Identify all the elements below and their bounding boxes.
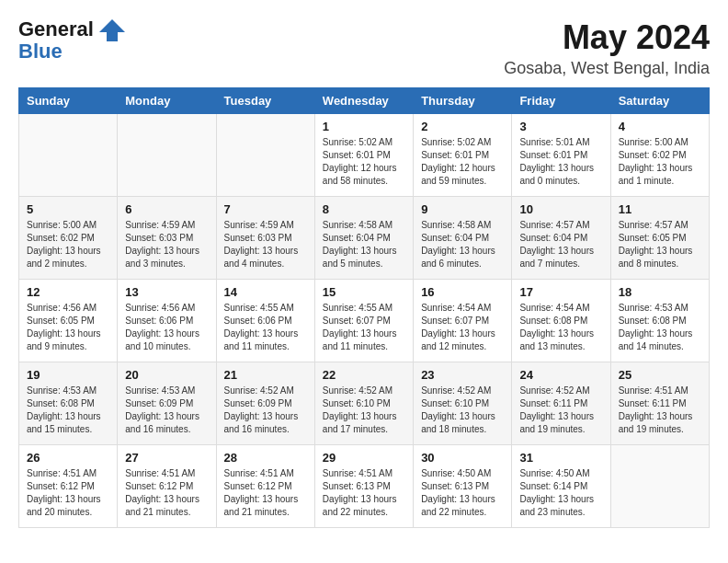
day-info: Sunrise: 4:53 AMSunset: 6:09 PMDaylight:… [125,385,208,436]
calendar-week-1: 1Sunrise: 5:02 AMSunset: 6:01 PMDaylight… [19,114,710,197]
day-info: Sunrise: 4:52 AMSunset: 6:11 PMDaylight:… [519,385,602,436]
calendar-cell: 27Sunrise: 4:51 AMSunset: 6:12 PMDayligh… [118,445,216,528]
day-number: 15 [323,285,405,299]
day-info: Sunrise: 4:59 AMSunset: 6:03 PMDaylight:… [125,219,208,270]
logo-icon [99,19,125,45]
day-info: Sunrise: 4:57 AMSunset: 6:04 PMDaylight:… [519,219,602,270]
day-number: 3 [519,120,602,133]
day-number: 21 [224,368,307,382]
weekday-header-tuesday: Tuesday [216,88,314,114]
weekday-header-saturday: Saturday [610,88,709,114]
day-info: Sunrise: 4:50 AMSunset: 6:13 PMDaylight:… [421,467,504,519]
calendar-cell: 22Sunrise: 4:52 AMSunset: 6:10 PMDayligh… [314,362,413,445]
day-info: Sunrise: 4:55 AMSunset: 6:06 PMDaylight:… [224,302,307,353]
weekday-header-row: SundayMondayTuesdayWednesdayThursdayFrid… [19,88,710,114]
day-info: Sunrise: 4:51 AMSunset: 6:13 PMDaylight:… [323,467,405,519]
day-number: 9 [421,202,504,216]
day-info: Sunrise: 4:56 AMSunset: 6:06 PMDaylight:… [125,302,208,353]
day-number: 30 [421,451,504,465]
day-info: Sunrise: 4:54 AMSunset: 6:08 PMDaylight:… [519,302,602,353]
weekday-header-monday: Monday [118,88,216,114]
calendar-cell: 16Sunrise: 4:54 AMSunset: 6:07 PMDayligh… [414,280,512,362]
svg-rect-1 [107,32,118,41]
calendar-cell: 25Sunrise: 4:51 AMSunset: 6:11 PMDayligh… [610,362,709,445]
day-number: 5 [27,202,109,216]
day-number: 22 [323,368,405,382]
calendar-week-2: 5Sunrise: 5:00 AMSunset: 6:02 PMDaylight… [19,197,710,280]
calendar-cell: 13Sunrise: 4:56 AMSunset: 6:06 PMDayligh… [118,280,216,362]
calendar-cell: 30Sunrise: 4:50 AMSunset: 6:13 PMDayligh… [414,445,512,528]
day-number: 31 [519,451,602,465]
day-number: 11 [619,202,701,216]
day-info: Sunrise: 4:52 AMSunset: 6:10 PMDaylight:… [421,385,504,436]
day-number: 10 [519,202,602,216]
calendar-cell: 11Sunrise: 4:57 AMSunset: 6:05 PMDayligh… [610,197,709,280]
calendar-cell: 5Sunrise: 5:00 AMSunset: 6:02 PMDaylight… [19,197,118,280]
calendar-table: SundayMondayTuesdayWednesdayThursdayFrid… [18,87,710,528]
day-number: 2 [421,120,504,133]
calendar-cell: 17Sunrise: 4:54 AMSunset: 6:08 PMDayligh… [512,280,610,362]
calendar-cell: 9Sunrise: 4:58 AMSunset: 6:04 PMDaylight… [414,197,512,280]
day-number: 25 [619,368,701,382]
day-info: Sunrise: 4:56 AMSunset: 6:05 PMDaylight:… [27,302,109,353]
day-number: 26 [27,451,109,465]
day-number: 4 [619,120,701,133]
day-number: 18 [619,285,701,299]
day-info: Sunrise: 4:53 AMSunset: 6:08 PMDaylight:… [619,302,701,353]
day-number: 13 [125,285,208,299]
calendar-cell [118,114,216,197]
calendar-week-5: 26Sunrise: 4:51 AMSunset: 6:12 PMDayligh… [19,445,710,528]
calendar-cell: 26Sunrise: 4:51 AMSunset: 6:12 PMDayligh… [19,445,118,528]
day-info: Sunrise: 5:01 AMSunset: 6:01 PMDaylight:… [519,136,602,188]
day-number: 1 [323,120,405,133]
weekday-header-thursday: Thursday [414,88,512,114]
title-area: May 2024 Gosaba, West Bengal, India [504,18,710,78]
weekday-header-friday: Friday [512,88,610,114]
calendar-cell: 12Sunrise: 4:56 AMSunset: 6:05 PMDayligh… [19,280,118,362]
day-number: 14 [224,285,307,299]
day-number: 8 [323,202,405,216]
calendar-cell: 4Sunrise: 5:00 AMSunset: 6:02 PMDaylight… [610,114,709,197]
day-number: 28 [224,451,307,465]
location-title: Gosaba, West Bengal, India [504,59,710,78]
day-info: Sunrise: 4:58 AMSunset: 6:04 PMDaylight:… [323,219,405,270]
day-number: 29 [323,451,405,465]
day-info: Sunrise: 4:51 AMSunset: 6:12 PMDaylight:… [224,467,307,519]
calendar-cell: 3Sunrise: 5:01 AMSunset: 6:01 PMDaylight… [512,114,610,197]
day-number: 19 [27,368,109,382]
calendar-week-3: 12Sunrise: 4:56 AMSunset: 6:05 PMDayligh… [19,280,710,362]
calendar-cell [216,114,314,197]
calendar-cell: 29Sunrise: 4:51 AMSunset: 6:13 PMDayligh… [314,445,413,528]
day-info: Sunrise: 5:00 AMSunset: 6:02 PMDaylight:… [619,136,701,188]
day-info: Sunrise: 4:50 AMSunset: 6:14 PMDaylight:… [519,467,602,519]
day-info: Sunrise: 4:57 AMSunset: 6:05 PMDaylight:… [619,219,701,270]
calendar-cell: 20Sunrise: 4:53 AMSunset: 6:09 PMDayligh… [118,362,216,445]
day-info: Sunrise: 4:52 AMSunset: 6:09 PMDaylight:… [224,385,307,436]
calendar-cell: 28Sunrise: 4:51 AMSunset: 6:12 PMDayligh… [216,445,314,528]
calendar-cell: 1Sunrise: 5:02 AMSunset: 6:01 PMDaylight… [314,114,413,197]
day-info: Sunrise: 4:52 AMSunset: 6:10 PMDaylight:… [323,385,405,436]
day-number: 24 [519,368,602,382]
day-info: Sunrise: 4:51 AMSunset: 6:12 PMDaylight:… [125,467,208,519]
calendar-cell: 18Sunrise: 4:53 AMSunset: 6:08 PMDayligh… [610,280,709,362]
day-info: Sunrise: 4:58 AMSunset: 6:04 PMDaylight:… [421,219,504,270]
page-header: GeneralBlue May 2024 Gosaba, West Bengal… [18,18,710,78]
weekday-header-wednesday: Wednesday [314,88,413,114]
calendar-cell [610,445,709,528]
day-info: Sunrise: 4:51 AMSunset: 6:11 PMDaylight:… [619,385,701,436]
calendar-cell: 8Sunrise: 4:58 AMSunset: 6:04 PMDaylight… [314,197,413,280]
calendar-cell: 24Sunrise: 4:52 AMSunset: 6:11 PMDayligh… [512,362,610,445]
calendar-cell: 23Sunrise: 4:52 AMSunset: 6:10 PMDayligh… [414,362,512,445]
calendar-cell: 2Sunrise: 5:02 AMSunset: 6:01 PMDaylight… [414,114,512,197]
day-number: 17 [519,285,602,299]
day-number: 12 [27,285,109,299]
calendar-week-4: 19Sunrise: 4:53 AMSunset: 6:08 PMDayligh… [19,362,710,445]
calendar-cell: 14Sunrise: 4:55 AMSunset: 6:06 PMDayligh… [216,280,314,362]
calendar-cell [19,114,118,197]
day-info: Sunrise: 4:51 AMSunset: 6:12 PMDaylight:… [27,467,109,519]
calendar-cell: 31Sunrise: 4:50 AMSunset: 6:14 PMDayligh… [512,445,610,528]
day-number: 20 [125,368,208,382]
logo-text: GeneralBlue [18,18,94,63]
day-info: Sunrise: 4:54 AMSunset: 6:07 PMDaylight:… [421,302,504,353]
calendar-cell: 19Sunrise: 4:53 AMSunset: 6:08 PMDayligh… [19,362,118,445]
